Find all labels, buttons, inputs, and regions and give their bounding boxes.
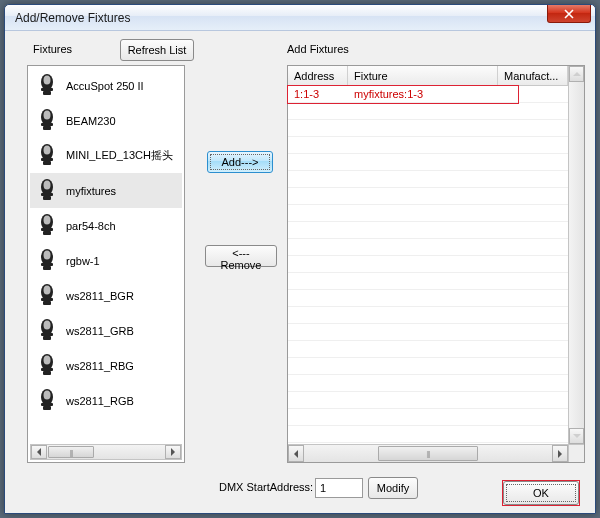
fixture-list-item[interactable]: MINI_LED_13CH摇头 <box>30 138 182 173</box>
table-row[interactable] <box>288 409 568 426</box>
refresh-list-button[interactable]: Refresh List <box>120 39 194 61</box>
svg-rect-26 <box>43 301 51 305</box>
table-row[interactable] <box>288 188 568 205</box>
table-cell <box>498 188 568 204</box>
scroll-left-button[interactable] <box>31 445 47 459</box>
scroll-down-button[interactable] <box>569 428 584 444</box>
fixture-list-item[interactable]: par54-8ch <box>30 208 182 243</box>
table-row[interactable] <box>288 120 568 137</box>
table-row[interactable] <box>288 137 568 154</box>
fixture-icon <box>34 318 60 344</box>
table-row[interactable] <box>288 239 568 256</box>
fixture-list-item[interactable]: ws2811_RBG <box>30 348 182 383</box>
fixture-item-label: rgbw-1 <box>66 255 100 267</box>
table-cell <box>288 137 348 153</box>
table-row[interactable] <box>288 171 568 188</box>
fixture-icon <box>34 108 60 134</box>
fixture-item-label: MINI_LED_13CH摇头 <box>66 148 173 163</box>
svg-rect-17 <box>41 228 53 231</box>
fixture-list-item[interactable]: BEAM230 <box>30 103 182 138</box>
table-cell <box>498 358 568 374</box>
table-cell <box>498 103 568 119</box>
table-row[interactable]: 1:1-3myfixtures:1-3 <box>288 86 568 103</box>
scroll-track[interactable] <box>569 82 584 428</box>
svg-rect-1 <box>41 88 53 91</box>
table-row[interactable] <box>288 103 568 120</box>
svg-rect-33 <box>41 368 53 371</box>
modify-button[interactable]: Modify <box>368 477 418 499</box>
table-row[interactable] <box>288 324 568 341</box>
fixture-list-item[interactable]: myfixtures <box>30 173 182 208</box>
table-cell <box>348 239 498 255</box>
fixture-list-item[interactable]: ws2811_RGB <box>30 383 182 418</box>
dmx-start-input[interactable] <box>315 478 363 498</box>
table-cell <box>288 239 348 255</box>
table-cell <box>498 392 568 408</box>
table-cell <box>498 239 568 255</box>
fixture-list-item[interactable]: AccuSpot 250 II <box>30 68 182 103</box>
add-fixtures-table: AddressFixtureManufact... 1:1-3myfixture… <box>287 65 585 463</box>
scroll-left-button[interactable] <box>288 445 304 462</box>
table-vscroll[interactable] <box>568 66 584 444</box>
table-row[interactable] <box>288 426 568 443</box>
column-header[interactable]: Fixture <box>348 66 498 85</box>
fixture-item-label: AccuSpot 250 II <box>66 80 144 92</box>
table-row[interactable] <box>288 375 568 392</box>
scroll-track[interactable]: ||| <box>47 445 165 459</box>
chevron-left-icon <box>293 450 299 458</box>
table-row[interactable] <box>288 341 568 358</box>
table-cell <box>288 290 348 306</box>
table-row[interactable] <box>288 222 568 239</box>
titlebar[interactable]: Add/Remove Fixtures <box>5 5 595 31</box>
table-row[interactable] <box>288 256 568 273</box>
remove-button[interactable]: <---Remove <box>205 245 277 267</box>
svg-rect-13 <box>41 193 53 196</box>
column-header[interactable]: Manufact... <box>498 66 568 85</box>
table-cell <box>288 154 348 170</box>
table-row[interactable] <box>288 358 568 375</box>
fixture-icon <box>34 283 60 309</box>
table-cell <box>288 358 348 374</box>
scroll-thumb[interactable]: ||| <box>378 446 477 461</box>
table-row[interactable] <box>288 307 568 324</box>
table-cell <box>498 409 568 425</box>
scroll-right-button[interactable] <box>165 445 181 459</box>
table-cell <box>348 426 498 442</box>
table-cell <box>348 273 498 289</box>
scroll-thumb[interactable]: ||| <box>48 446 94 458</box>
table-row[interactable] <box>288 273 568 290</box>
fixture-list-item[interactable]: rgbw-1 <box>30 243 182 278</box>
svg-point-15 <box>44 180 51 189</box>
column-header[interactable]: Address <box>288 66 348 85</box>
table-cell <box>348 256 498 272</box>
add-button[interactable]: Add---> <box>207 151 273 173</box>
table-cell <box>348 341 498 357</box>
chevron-right-icon <box>557 450 563 458</box>
table-scroll-corner <box>568 444 584 462</box>
table-hscroll[interactable]: ||| <box>288 444 568 462</box>
ok-highlight: OK <box>503 481 579 505</box>
table-row[interactable] <box>288 392 568 409</box>
svg-point-3 <box>44 75 51 84</box>
fixture-list-item[interactable]: ws2811_GRB <box>30 313 182 348</box>
table-row[interactable] <box>288 154 568 171</box>
scroll-track[interactable]: ||| <box>304 445 552 462</box>
table-cell <box>348 375 498 391</box>
fixture-list-hscroll[interactable]: ||| <box>30 444 182 460</box>
close-button[interactable] <box>547 5 591 23</box>
table-cell <box>348 103 498 119</box>
svg-point-27 <box>44 285 51 294</box>
table-cell: myfixtures:1-3 <box>348 86 498 102</box>
fixture-icon <box>34 388 60 414</box>
ok-button[interactable]: OK <box>503 481 579 505</box>
table-cell <box>348 392 498 408</box>
table-cell <box>288 324 348 340</box>
table-cell <box>348 307 498 323</box>
scroll-up-button[interactable] <box>569 66 584 82</box>
fixture-list-item[interactable]: ws2811_BGR <box>30 278 182 313</box>
table-cell <box>498 324 568 340</box>
dmx-start-label: DMX StartAddress: <box>219 481 313 493</box>
table-row[interactable] <box>288 290 568 307</box>
scroll-right-button[interactable] <box>552 445 568 462</box>
table-row[interactable] <box>288 205 568 222</box>
